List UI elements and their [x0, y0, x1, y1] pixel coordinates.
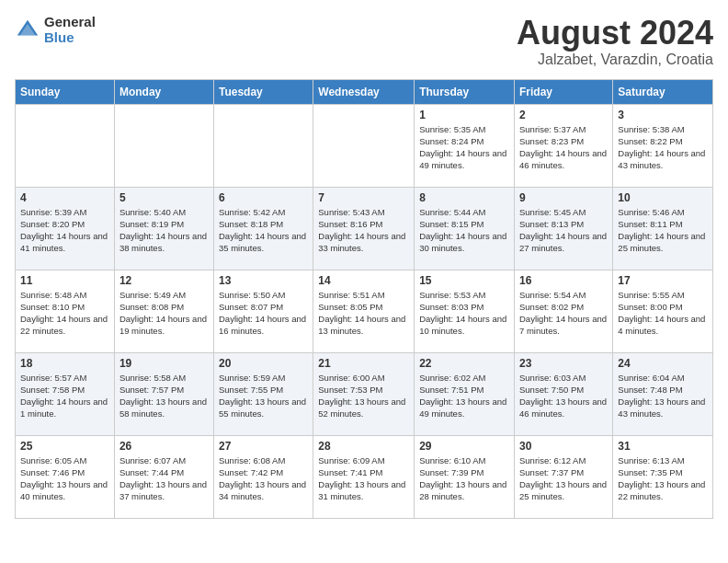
calendar-cell: 19Sunrise: 5:58 AMSunset: 7:57 PMDayligh…	[114, 352, 213, 435]
day-number: 26	[119, 440, 209, 453]
calendar-cell: 5Sunrise: 5:40 AMSunset: 8:19 PMDaylight…	[114, 187, 213, 270]
day-number: 29	[419, 440, 509, 453]
calendar-week-row: 25Sunrise: 6:05 AMSunset: 7:46 PMDayligh…	[16, 435, 713, 518]
calendar-cell: 15Sunrise: 5:53 AMSunset: 8:03 PMDayligh…	[415, 270, 515, 352]
day-number: 12	[119, 274, 209, 287]
calendar-cell: 28Sunrise: 6:09 AMSunset: 7:41 PMDayligh…	[313, 435, 415, 518]
day-number: 3	[618, 109, 708, 121]
day-number: 22	[419, 357, 509, 370]
calendar-cell: 2Sunrise: 5:37 AMSunset: 8:23 PMDaylight…	[515, 104, 613, 187]
day-info: Sunrise: 5:49 AMSunset: 8:08 PMDaylight:…	[119, 289, 209, 338]
day-number: 15	[419, 274, 509, 287]
calendar-cell: 4Sunrise: 5:39 AMSunset: 8:20 PMDaylight…	[16, 187, 115, 270]
day-info: Sunrise: 5:39 AMSunset: 8:20 PMDaylight:…	[20, 206, 109, 255]
day-of-week-header: Sunday	[16, 79, 115, 104]
day-of-week-header: Friday	[515, 79, 613, 104]
day-number: 16	[519, 274, 608, 287]
day-number: 28	[318, 440, 409, 453]
day-number: 10	[618, 191, 708, 204]
calendar-cell: 30Sunrise: 6:12 AMSunset: 7:37 PMDayligh…	[515, 435, 613, 518]
calendar-cell: 29Sunrise: 6:10 AMSunset: 7:39 PMDayligh…	[415, 435, 515, 518]
day-number: 20	[219, 357, 308, 370]
calendar-week-row: 11Sunrise: 5:48 AMSunset: 8:10 PMDayligh…	[16, 270, 713, 352]
day-info: Sunrise: 5:53 AMSunset: 8:03 PMDaylight:…	[419, 289, 509, 338]
day-of-week-header: Tuesday	[213, 79, 313, 104]
day-info: Sunrise: 5:55 AMSunset: 8:00 PMDaylight:…	[618, 289, 708, 338]
day-number: 31	[618, 440, 708, 453]
day-number: 5	[119, 191, 209, 204]
page-header: General Blue August 2024 Jalzabet, Varaz…	[15, 15, 713, 68]
logo-text: General Blue	[44, 15, 96, 45]
month-year: August 2024	[517, 15, 713, 52]
calendar-cell: 1Sunrise: 5:35 AMSunset: 8:24 PMDaylight…	[415, 104, 515, 187]
day-info: Sunrise: 6:07 AMSunset: 7:44 PMDaylight:…	[119, 454, 209, 503]
calendar-week-row: 4Sunrise: 5:39 AMSunset: 8:20 PMDaylight…	[16, 187, 713, 270]
day-number: 13	[219, 274, 308, 287]
calendar-cell: 9Sunrise: 5:45 AMSunset: 8:13 PMDaylight…	[515, 187, 613, 270]
day-info: Sunrise: 6:12 AMSunset: 7:37 PMDaylight:…	[519, 454, 608, 503]
day-number: 7	[318, 191, 409, 204]
day-number: 14	[318, 274, 409, 287]
calendar-cell: 12Sunrise: 5:49 AMSunset: 8:08 PMDayligh…	[114, 270, 213, 352]
calendar-cell	[313, 104, 415, 187]
day-info: Sunrise: 6:00 AMSunset: 7:53 PMDaylight:…	[318, 372, 409, 420]
calendar-cell: 11Sunrise: 5:48 AMSunset: 8:10 PMDayligh…	[16, 270, 115, 352]
calendar-cell: 6Sunrise: 5:42 AMSunset: 8:18 PMDaylight…	[213, 187, 313, 270]
day-number: 25	[20, 440, 109, 453]
location: Jalzabet, Varazdin, Croatia	[517, 52, 713, 68]
day-of-week-header: Thursday	[415, 79, 515, 104]
calendar-cell: 20Sunrise: 5:59 AMSunset: 7:55 PMDayligh…	[213, 352, 313, 435]
day-number: 23	[519, 357, 608, 370]
day-of-week-header: Wednesday	[313, 79, 415, 104]
calendar-cell: 18Sunrise: 5:57 AMSunset: 7:58 PMDayligh…	[16, 352, 115, 435]
calendar-cell: 17Sunrise: 5:55 AMSunset: 8:00 PMDayligh…	[613, 270, 713, 352]
day-info: Sunrise: 5:45 AMSunset: 8:13 PMDaylight:…	[519, 206, 608, 255]
day-info: Sunrise: 5:50 AMSunset: 8:07 PMDaylight:…	[219, 289, 308, 338]
calendar-cell: 16Sunrise: 5:54 AMSunset: 8:02 PMDayligh…	[515, 270, 613, 352]
day-of-week-header: Saturday	[613, 79, 713, 104]
calendar-cell: 22Sunrise: 6:02 AMSunset: 7:51 PMDayligh…	[415, 352, 515, 435]
day-info: Sunrise: 6:04 AMSunset: 7:48 PMDaylight:…	[618, 372, 708, 420]
calendar-body: 1Sunrise: 5:35 AMSunset: 8:24 PMDaylight…	[16, 104, 713, 518]
day-number: 21	[318, 357, 409, 370]
day-info: Sunrise: 5:48 AMSunset: 8:10 PMDaylight:…	[20, 289, 109, 338]
day-number: 11	[20, 274, 109, 287]
calendar-cell	[114, 104, 213, 187]
day-number: 18	[20, 357, 109, 370]
logo: General Blue	[15, 15, 96, 45]
day-number: 24	[618, 357, 708, 370]
day-number: 9	[519, 191, 608, 204]
day-info: Sunrise: 5:57 AMSunset: 7:58 PMDaylight:…	[20, 372, 109, 420]
calendar-cell: 25Sunrise: 6:05 AMSunset: 7:46 PMDayligh…	[16, 435, 115, 518]
day-number: 6	[219, 191, 308, 204]
day-number: 4	[20, 191, 109, 204]
title-block: August 2024 Jalzabet, Varazdin, Croatia	[517, 15, 713, 68]
day-info: Sunrise: 6:08 AMSunset: 7:42 PMDaylight:…	[219, 454, 308, 503]
day-info: Sunrise: 5:54 AMSunset: 8:02 PMDaylight:…	[519, 289, 608, 338]
day-info: Sunrise: 6:03 AMSunset: 7:50 PMDaylight:…	[519, 372, 608, 420]
day-info: Sunrise: 5:43 AMSunset: 8:16 PMDaylight:…	[318, 206, 409, 255]
calendar-cell: 8Sunrise: 5:44 AMSunset: 8:15 PMDaylight…	[415, 187, 515, 270]
day-number: 27	[219, 440, 308, 453]
day-info: Sunrise: 5:59 AMSunset: 7:55 PMDaylight:…	[219, 372, 308, 420]
calendar-cell: 13Sunrise: 5:50 AMSunset: 8:07 PMDayligh…	[213, 270, 313, 352]
day-info: Sunrise: 5:40 AMSunset: 8:19 PMDaylight:…	[119, 206, 209, 255]
calendar-table: SundayMondayTuesdayWednesdayThursdayFrid…	[15, 79, 713, 519]
day-number: 17	[618, 274, 708, 287]
logo-icon	[15, 17, 40, 43]
day-info: Sunrise: 6:10 AMSunset: 7:39 PMDaylight:…	[419, 454, 509, 503]
calendar-cell	[16, 104, 115, 187]
calendar-cell: 24Sunrise: 6:04 AMSunset: 7:48 PMDayligh…	[613, 352, 713, 435]
calendar-cell	[213, 104, 313, 187]
day-number: 30	[519, 440, 608, 453]
day-info: Sunrise: 6:02 AMSunset: 7:51 PMDaylight:…	[419, 372, 509, 420]
calendar-week-row: 18Sunrise: 5:57 AMSunset: 7:58 PMDayligh…	[16, 352, 713, 435]
day-info: Sunrise: 6:09 AMSunset: 7:41 PMDaylight:…	[318, 454, 409, 503]
day-info: Sunrise: 5:46 AMSunset: 8:11 PMDaylight:…	[618, 206, 708, 255]
day-number: 1	[419, 109, 509, 121]
calendar-cell: 26Sunrise: 6:07 AMSunset: 7:44 PMDayligh…	[114, 435, 213, 518]
day-number: 2	[519, 109, 608, 121]
day-info: Sunrise: 5:44 AMSunset: 8:15 PMDaylight:…	[419, 206, 509, 255]
day-info: Sunrise: 5:35 AMSunset: 8:24 PMDaylight:…	[419, 123, 509, 172]
calendar-cell: 3Sunrise: 5:38 AMSunset: 8:22 PMDaylight…	[613, 104, 713, 187]
